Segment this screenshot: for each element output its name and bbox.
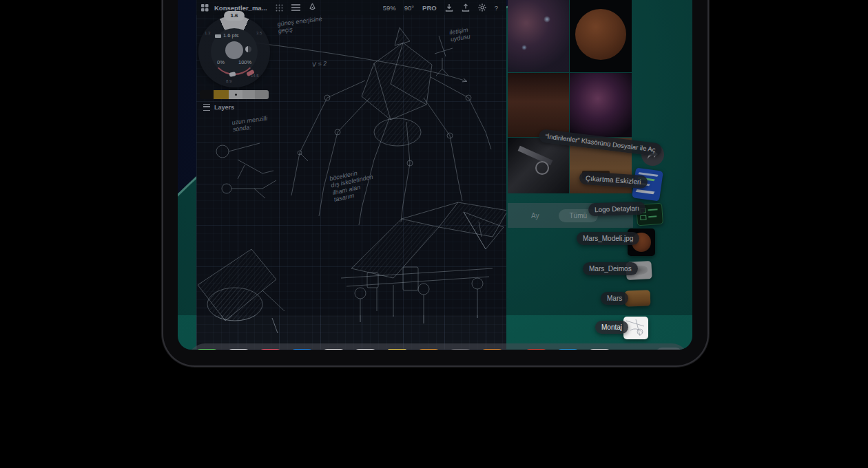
import-icon[interactable] [443,2,455,13]
safari-compass-icon [226,349,251,350]
contrast-moon-icon[interactable] [245,46,251,52]
opacity-max-label: 100% [238,59,251,65]
thumb-mars-painting[interactable] [625,290,651,306]
brush-tool-wheel[interactable]: 1.6 1.6 pts 0% 100% 1.3 3.5 8.9 [198,16,270,87]
dock-app-c-logo[interactable] [587,349,612,350]
gallery-grid-icon[interactable] [198,2,211,13]
photo-mars-surface[interactable] [508,73,569,137]
dock-app-rocket[interactable] [524,349,549,350]
layers-icon [203,104,210,111]
rocket-icon [524,349,549,350]
pen-icon [479,349,505,350]
dock-app-music[interactable]: ♪ [258,349,283,350]
zoom-level[interactable]: 59% [383,4,396,12]
swatch-gold[interactable] [214,90,229,99]
drawing-app-window: Konseptler_ma... 59% [196,0,506,350]
brush-swatch-icon [215,34,221,38]
color-swatch-bar[interactable] [200,90,269,99]
swatch-midgray[interactable] [255,90,269,99]
segment-size-2[interactable]: 3.5 [256,31,262,35]
annotation-v2: V = 2 [312,60,327,69]
photo-mars-globe[interactable] [570,0,632,72]
drag-label-mars[interactable]: Mars [601,292,628,305]
dot-grid-icon[interactable] [273,2,286,13]
dock: ♪ Sal 1 [187,343,690,350]
drag-label-mars-modeli[interactable]: Mars_Modeli.jpg [577,232,639,245]
dock-app-mail[interactable] [289,349,315,350]
dock-app-photos[interactable] [353,349,378,350]
layers-label: Layers [214,104,234,111]
dock-app-messages[interactable] [194,349,220,350]
opacity-min-label: 0% [217,59,225,65]
dock-app-calendar[interactable]: Sal 1 [321,349,347,350]
ipad-device-frame: Konseptler_ma... 59% [163,0,707,365]
messages-bubble-icon [194,349,220,350]
segment-size-3[interactable]: 8.9 [226,79,231,83]
pen-nib-icon[interactable] [307,2,319,13]
segment-size-1[interactable]: 1.3 [205,31,210,35]
pro-badge[interactable]: PRO [422,4,437,12]
color-knob[interactable] [225,41,243,59]
drag-label-logo[interactable]: Logo Detayları [588,202,646,217]
books-open-book-icon [416,349,442,350]
layer-lines-icon[interactable] [290,2,302,13]
swatch-gray[interactable] [242,90,255,99]
photos-flower-icon [353,349,378,350]
dock-app-settings[interactable] [448,349,473,350]
mail-envelope-icon [289,349,315,350]
photo-spacecraft[interactable] [508,138,569,193]
export-share-icon[interactable] [459,2,472,13]
canvas-rotation[interactable]: 90° [404,4,414,12]
document-title[interactable]: Konseptler_ma... [214,4,267,12]
dock-chevron-down[interactable] [631,349,649,350]
active-brush-size-tab[interactable]: 1.6 [224,11,245,21]
c-swirl-icon [587,349,612,350]
appstore-a-icon [555,349,581,350]
notes-header [384,349,410,350]
drag-label-montaj[interactable]: Montaj [595,321,628,334]
page-background: Konseptler_ma... 59% [0,0,868,468]
swatch-lightgray-selected[interactable] [229,90,242,99]
settings-gear-icon[interactable] [476,2,488,13]
help-button[interactable]: ? [495,4,498,12]
brush-size-label: 1.6 pts [223,32,239,39]
photo-horsehead-nebula[interactable] [508,0,569,72]
photo-orion-nebula[interactable] [570,73,632,137]
settings-gear-glyph [448,349,473,350]
dock-app-appstore[interactable] [555,349,581,350]
swatch-black[interactable] [200,90,214,99]
dock-app-concepts[interactable] [479,349,505,350]
drag-label-mars-deimos[interactable]: Mars_Deimos [583,262,638,275]
dock-app-safari[interactable] [226,349,251,350]
dock-app-books[interactable] [416,349,442,350]
dock-app-library[interactable]: ★ [655,348,683,350]
ipad-screen: Konseptler_ma... 59% [178,0,692,350]
filter-month[interactable]: Ay [531,212,539,220]
dock-app-notes[interactable] [384,349,410,350]
layers-control[interactable]: Layers [203,104,234,111]
